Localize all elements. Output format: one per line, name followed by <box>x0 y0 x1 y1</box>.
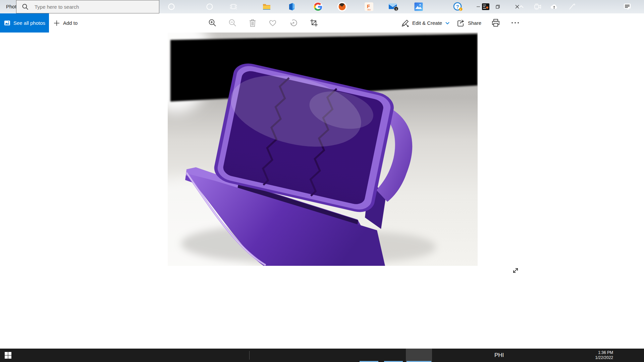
taskbar-separator <box>249 351 250 360</box>
tray-time: 1:36 PM <box>598 350 613 355</box>
photos-app-active-highlight <box>406 349 432 362</box>
file-explorer-button[interactable] <box>260 0 273 13</box>
sports-score-tray-icon[interactable] <box>479 0 492 13</box>
tray-clock[interactable]: 1:36 PM 1/22/2022 <box>582 349 613 362</box>
chevron-down-icon <box>445 21 450 25</box>
fusion-360-button[interactable]: F 360 <box>362 0 376 13</box>
restore-icon <box>496 5 500 9</box>
photo-canvas <box>0 33 644 349</box>
svg-text:?: ? <box>456 4 459 9</box>
chevron-up-icon <box>518 4 524 10</box>
google-chrome-icon <box>313 2 323 12</box>
browser-ring-button[interactable] <box>203 0 216 13</box>
start-button[interactable] <box>0 349 16 362</box>
windows-logo-icon <box>4 352 12 359</box>
crop-icon <box>310 18 318 27</box>
mail-badge: 1 <box>395 7 397 11</box>
action-center-button[interactable] <box>621 0 634 13</box>
brave-browser-icon <box>337 2 347 12</box>
flyers-logo-icon <box>481 2 490 11</box>
rotate-button[interactable] <box>287 16 300 29</box>
tray-date: 1/22/2022 <box>595 355 613 360</box>
get-help-tray-button[interactable]: ? i <box>451 0 465 13</box>
cortana-icon <box>167 3 175 11</box>
meet-now-tray-button[interactable] <box>531 0 544 13</box>
plus-icon <box>54 20 60 26</box>
print-button[interactable] <box>489 16 502 29</box>
task-view-icon <box>229 2 238 11</box>
fusion-360-icon: F 360 <box>364 2 374 11</box>
crop-button[interactable] <box>307 16 321 29</box>
zoom-out-icon <box>228 18 237 27</box>
printer-icon <box>491 18 500 27</box>
zoom-in-icon <box>208 18 217 27</box>
zoom-in-button[interactable] <box>206 16 219 29</box>
file-explorer-icon <box>262 2 271 11</box>
svg-text:F: F <box>367 3 370 9</box>
photos-app-button[interactable] <box>412 0 425 13</box>
rotate-icon <box>289 18 298 27</box>
mail-icon: 1 <box>388 2 399 12</box>
mail-button[interactable]: 1 <box>387 0 400 13</box>
help-question-icon: ? i <box>453 2 463 12</box>
brave-button[interactable] <box>335 0 349 13</box>
command-bar: See all photos Add to <box>0 13 644 33</box>
office-app-button[interactable] <box>285 0 299 13</box>
ring-icon <box>206 3 214 11</box>
see-all-photos-label: See all photos <box>13 20 45 26</box>
heart-icon <box>268 19 277 27</box>
zoom-out-button[interactable] <box>226 16 239 29</box>
onedrive-tray-button[interactable] <box>547 0 561 13</box>
cortana-button[interactable] <box>165 0 178 13</box>
edit-create-label: Edit & Create <box>412 20 442 26</box>
svg-text:360: 360 <box>367 9 371 11</box>
see-more-button[interactable] <box>508 16 522 29</box>
share-icon <box>457 19 465 27</box>
edit-create-icon <box>401 19 409 27</box>
meet-now-camera-icon <box>533 2 542 11</box>
taskbar-search[interactable] <box>16 0 159 13</box>
share-label: Share <box>468 20 481 26</box>
share-button[interactable]: Share <box>457 13 481 33</box>
ellipsis-icon <box>511 21 520 24</box>
expand-diagonal-icon <box>512 267 519 274</box>
photo-image[interactable] <box>168 33 478 266</box>
see-all-photos-button[interactable]: See all photos <box>0 13 49 33</box>
photo-gallery-icon <box>4 20 10 26</box>
fullscreen-button[interactable] <box>510 265 521 276</box>
edit-create-button[interactable]: Edit & Create <box>401 13 450 33</box>
favorite-button[interactable] <box>266 16 279 29</box>
search-icon <box>22 3 29 10</box>
sports-score-team[interactable]: PHI <box>494 349 504 362</box>
photos-app-window: Photos - 20220122_123626[5742].jpg Se <box>0 0 644 362</box>
onedrive-alert-cloud-icon <box>549 2 559 11</box>
office-app-icon <box>287 2 297 11</box>
chrome-button[interactable] <box>311 0 325 13</box>
task-view-button[interactable] <box>227 0 240 13</box>
photos-app-icon <box>414 2 423 11</box>
trash-icon <box>249 18 257 27</box>
add-to-label: Add to <box>63 20 77 26</box>
add-to-button[interactable]: Add to <box>54 13 77 33</box>
taskbar <box>0 349 644 362</box>
delete-button[interactable] <box>246 16 259 29</box>
pen-icon <box>568 2 576 11</box>
show-hidden-icons-button[interactable] <box>515 0 528 13</box>
search-input[interactable] <box>34 4 146 10</box>
windows-ink-tray-button[interactable] <box>565 0 579 13</box>
action-center-icon <box>623 2 632 11</box>
